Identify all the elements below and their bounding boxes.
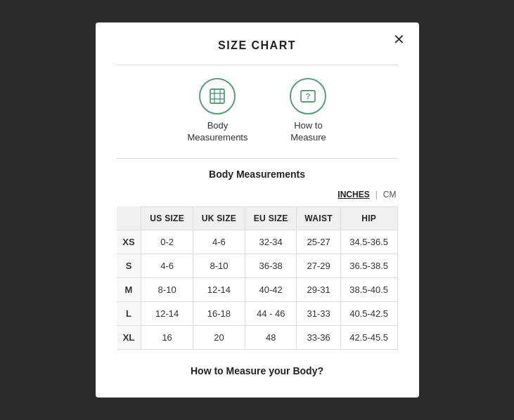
cell-eu: 48 [245,325,297,349]
table-row: M 8-10 12-14 40-42 29-31 38.5-40.5 [117,277,398,301]
section-title: Body Measurements [117,169,398,180]
close-button[interactable]: ✕ [393,32,405,46]
cell-uk: 12-14 [193,277,245,301]
size-chart-table: US SIZE UK SIZE EU SIZE WAIST HIP XS 0-2… [117,206,398,350]
table-row: XL 16 20 48 33-36 42.5-45.5 [117,325,398,349]
cell-hip: 34.5-36.5 [340,230,397,254]
cell-size: XL [117,325,141,349]
how-to-measure-text[interactable]: How to Measure your Body? [117,365,398,376]
cell-hip: 36.5-38.5 [340,254,397,277]
how-to-measure-label: How toMeasure [290,120,326,144]
units-separator: | [375,190,378,199]
cell-hip: 38.5-40.5 [340,277,397,301]
cell-us: 12-14 [141,301,193,325]
units-row: INCHES | CM [117,190,398,199]
cell-size: M [117,277,141,301]
cell-hip: 40.5-42.5 [340,301,397,325]
table-header-row: US SIZE UK SIZE EU SIZE WAIST HIP [117,206,398,230]
cell-us: 0-2 [141,230,193,254]
cell-eu: 44 - 46 [245,301,297,325]
cell-size: L [117,301,141,325]
cell-size: S [117,254,141,277]
cell-eu: 32-34 [245,230,297,254]
cell-hip: 42.5-45.5 [340,325,397,349]
modal-title: SIZE CHART [117,39,398,52]
body-measurements-icon [199,78,236,114]
how-to-measure-icon-item[interactable]: ? How toMeasure [290,78,326,144]
svg-text:?: ? [306,92,311,100]
cell-waist: 29-31 [297,277,340,301]
cell-us: 16 [141,325,193,349]
cell-waist: 33-36 [297,325,340,349]
icons-divider [117,158,398,159]
cell-uk: 4-6 [193,230,245,254]
table-row: XS 0-2 4-6 32-34 25-27 34.5-36.5 [117,230,398,254]
col-header-waist: WAIST [297,206,340,230]
modal-overlay: SIZE CHART ✕ BodyMeasurements [0,0,514,420]
body-measurements-icon-item[interactable]: BodyMeasurements [188,78,248,144]
col-header-empty [117,206,141,230]
how-to-measure-icon: ? [290,78,326,114]
header-divider [117,65,398,65]
modal-header: SIZE CHART ✕ [117,39,398,52]
table-row: L 12-14 16-18 44 - 46 31-33 40.5-42.5 [117,301,398,325]
col-header-hip: HIP [340,206,397,230]
cell-uk: 20 [193,325,245,349]
size-chart-modal: SIZE CHART ✕ BodyMeasurements [96,22,419,398]
col-header-eu: EU SIZE [245,206,297,230]
svg-rect-0 [210,89,224,103]
inches-button[interactable]: INCHES [336,190,371,199]
table-row: S 4-6 8-10 36-38 27-29 36.5-38.5 [117,254,398,277]
cell-waist: 31-33 [297,301,340,325]
cm-button[interactable]: CM [382,190,398,199]
cell-waist: 25-27 [297,230,340,254]
cell-uk: 16-18 [193,301,245,325]
cell-us: 8-10 [141,277,193,301]
cell-size: XS [117,230,141,254]
icon-section: BodyMeasurements ? How toMeasure [117,78,398,144]
cell-waist: 27-29 [297,254,340,277]
cell-eu: 40-42 [245,277,297,301]
col-header-us: US SIZE [141,206,193,230]
body-measurements-label: BodyMeasurements [188,120,248,144]
cell-eu: 36-38 [245,254,297,277]
cell-uk: 8-10 [193,254,245,277]
cell-us: 4-6 [141,254,193,277]
col-header-uk: UK SIZE [193,206,245,230]
